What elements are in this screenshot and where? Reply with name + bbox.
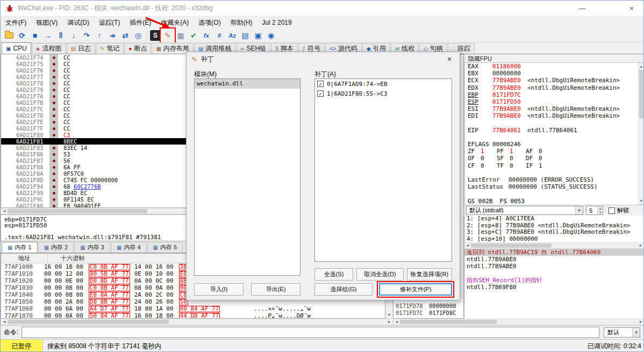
deselect-all-button[interactable]: 取消全选(D) <box>356 268 404 281</box>
argument-count-spinner[interactable]: 5 ▲▼ <box>586 206 603 215</box>
close-button[interactable]: × <box>620 4 643 12</box>
menu-item-help[interactable]: 帮助(H) <box>226 17 257 28</box>
register-line: EBX00000000 <box>464 70 638 77</box>
dump-row[interactable]: 77AF106000 00 0A 00A4 D7 AF 7718 00 1A 0… <box>1 305 385 312</box>
tab-breakpoints[interactable]: ●断点 <box>124 43 151 54</box>
patch-checkbox[interactable]: ✓ <box>317 81 324 87</box>
modules-list[interactable]: wechatwin.dll <box>194 78 300 276</box>
analysis-dot <box>53 185 55 188</box>
right-horizontal-scrollbar[interactable]: ◄ ► <box>393 319 644 325</box>
export-button[interactable]: 导出(E) <box>251 283 300 296</box>
menu-item-build-date[interactable]: Jul 2 2019 <box>257 18 296 27</box>
scrollbar-thumb[interactable] <box>400 320 497 324</box>
scroll-left-icon[interactable]: ◄ <box>1 208 8 214</box>
scroll-down-icon[interactable]: ▼ <box>386 312 392 318</box>
scroll-right-icon[interactable]: ► <box>638 242 644 249</box>
patches-list[interactable]: ✓0|6A7F1AD9:74->EB✓1|6AD21F80:55->C3 <box>314 78 452 262</box>
scroll-down-icon[interactable]: ▼ <box>638 198 644 204</box>
scroll-right-icon[interactable]: ► <box>386 319 392 325</box>
restore-selection-button[interactable]: 恢复选择项(R) <box>407 268 452 281</box>
windows-icon[interactable]: ▣ <box>252 30 264 41</box>
run-to-user-code-icon[interactable]: ↠ <box>106 30 118 41</box>
functions-icon[interactable]: fx <box>201 30 212 41</box>
registers-vertical-scrollbar[interactable]: ▲ ▼ <box>638 63 644 205</box>
tab-memory-3[interactable]: ▦内存 3 <box>74 242 110 253</box>
tab-memory-2[interactable]: ▦内存 2 <box>38 242 74 253</box>
scroll-left-icon[interactable]: ◄ <box>1 319 8 325</box>
run-icon[interactable]: → <box>42 30 54 41</box>
tab-log[interactable]: ▤日志 <box>67 43 95 54</box>
dump-row[interactable]: 77AF107000 00 0A 0050 84 AF 7716 00 18 0… <box>1 312 385 319</box>
stack-info-pane[interactable]: 返回到 ntdll.77B9AC19 自 ntdll.77B64060ntdll… <box>464 249 644 319</box>
tab-graph[interactable]: ◈流程图 <box>32 43 66 54</box>
breakpoint-gutter <box>49 190 58 196</box>
step-into-icon[interactable]: ↓ <box>68 30 80 41</box>
arguments-pane[interactable]: 1: [esp+4] A0C17EEA2: [esp+8] 77B9ABE0 <… <box>464 215 644 242</box>
scroll-up-icon[interactable]: ▲ <box>638 63 644 70</box>
tab-memory-5[interactable]: ▦内存 5 <box>147 242 183 253</box>
scrollbar-thumb[interactable] <box>639 70 643 118</box>
stack-rows[interactable]: 0171FD78000000000171FD7C0171FD8C <box>393 303 463 317</box>
tab-cpu[interactable]: ▣CPU <box>2 42 31 54</box>
breakpoint-gutter <box>49 138 58 145</box>
compare-icon[interactable]: ✔ <box>188 30 199 41</box>
minimize-button[interactable]: — <box>570 4 594 12</box>
memory-tab-label: 内存 1 <box>15 243 31 252</box>
dialog-title-bar[interactable]: ✎ 补丁 × <box>187 52 460 66</box>
stack-row[interactable]: 0171FD7C0171FD8C <box>393 310 463 317</box>
module-list-item[interactable]: wechatwin.dll <box>195 79 300 89</box>
instruction-address: 6AD21F7A <box>16 93 49 99</box>
scroll-right-icon[interactable]: ► <box>638 319 644 325</box>
scroll-left-icon[interactable]: ◄ <box>393 319 400 325</box>
arguments-horizontal-scrollbar[interactable]: ◄ ► <box>464 242 644 249</box>
stop-icon[interactable]: ■ <box>29 30 41 41</box>
patch-list-item[interactable]: ✓0|6A7F1AD9:74->EB <box>315 79 452 89</box>
step-out-icon[interactable]: ↑ <box>94 30 105 41</box>
calling-convention-combo[interactable]: 默认 (stdcall) ▼ <box>466 206 583 215</box>
trace-over-icon[interactable]: ◎ <box>132 30 144 41</box>
search-icon[interactable]: ◉ <box>265 30 277 41</box>
tab-memory-1[interactable]: ▦内存 1 <box>2 242 38 253</box>
dialog-close-button[interactable]: × <box>441 55 457 63</box>
tab-memory-4[interactable]: ▦内存 4 <box>111 242 147 253</box>
unlock-checkbox[interactable] <box>609 207 615 214</box>
strings-icon[interactable]: Az <box>226 30 238 41</box>
menu-item-view[interactable]: 视图(V) <box>31 17 62 28</box>
spinner-arrows-icon[interactable]: ▲▼ <box>597 206 603 214</box>
dump-horizontal-scrollbar[interactable]: ◄ ► <box>1 319 393 325</box>
scrollbar-thumb[interactable] <box>471 243 552 248</box>
animate-icon[interactable]: ⇄ <box>119 30 131 41</box>
hide-fpu-button[interactable]: 隐藏FPU <box>464 54 644 63</box>
flag-value: 0 <box>539 155 555 162</box>
select-group-button[interactable]: 选择组(G) <box>314 283 373 296</box>
patch-checkbox[interactable]: ✓ <box>317 90 324 97</box>
notes-icon[interactable]: ▤ <box>239 30 251 41</box>
patch-file-button[interactable]: 修补文件(P) <box>379 283 452 296</box>
menu-item-options[interactable]: 选项(O) <box>194 17 225 28</box>
import-button[interactable]: 导入(I) <box>194 283 244 296</box>
command-input[interactable] <box>22 327 599 338</box>
scrollbar-thumb[interactable] <box>8 320 169 324</box>
bug-icon <box>6 5 13 12</box>
register-name: ESI <box>468 105 492 112</box>
pause-icon[interactable]: ‖ <box>55 30 67 41</box>
menu-item-debug[interactable]: 调试(D) <box>62 17 94 28</box>
restart-icon[interactable]: ⟳ <box>16 30 28 41</box>
select-all-button[interactable]: 全选(S) <box>314 268 353 281</box>
hash-icon[interactable]: # <box>213 30 225 41</box>
command-mode-combo[interactable]: 默认 ▼ <box>604 327 640 337</box>
menu-item-file[interactable]: 文件(F) <box>1 17 31 28</box>
memory-map-icon[interactable]: ▦ <box>175 30 187 41</box>
stack-row[interactable]: 0171FD7800000000 <box>393 303 463 310</box>
menu-item-trace[interactable]: 追踪(T) <box>94 17 125 28</box>
scroll-left-icon[interactable]: ◄ <box>464 242 471 249</box>
byte-segment: C3 <box>63 132 70 138</box>
patch-list-item[interactable]: ✓1|6AD21F80:55->C3 <box>315 89 452 98</box>
analysis-dot <box>53 160 55 162</box>
scrollbar-thumb[interactable] <box>8 209 147 213</box>
analysis-dot <box>53 82 55 85</box>
step-over-icon[interactable]: ↷ <box>81 30 92 41</box>
open-file-icon[interactable] <box>3 30 15 41</box>
registers-pane[interactable]: EAX01186000EBX00000000ECX77B9ABE0<ntdll.… <box>464 63 638 205</box>
tab-notes[interactable]: ✎笔记 <box>96 43 124 54</box>
